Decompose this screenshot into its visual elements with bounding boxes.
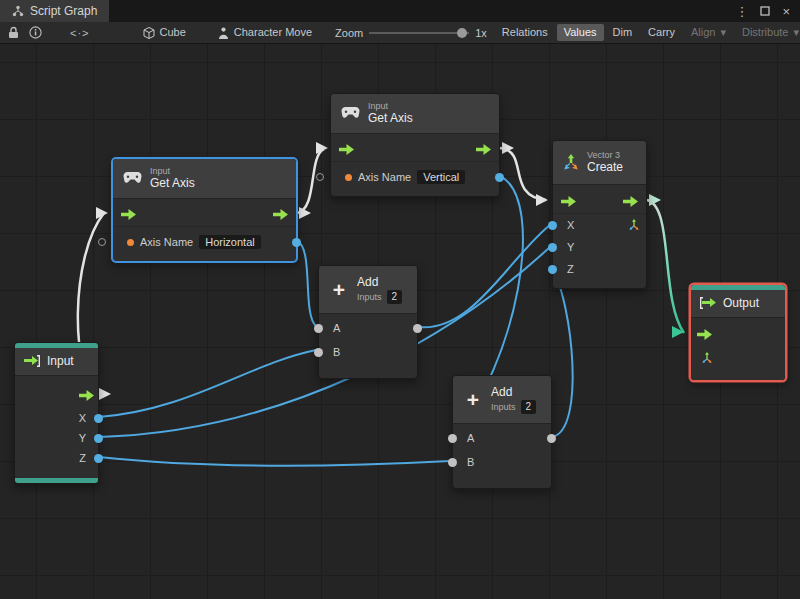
tab-label: Script Graph [30, 4, 97, 18]
node-title: Get Axis [150, 176, 195, 190]
node-add-bottom[interactable]: + Add Inputs 2 A B [452, 375, 552, 489]
distribute-button[interactable]: Distribute ▾ [735, 24, 800, 41]
node-graph-output[interactable]: Output [690, 284, 786, 381]
port-z-label: Z [567, 263, 574, 275]
cube-icon [143, 27, 155, 39]
port-a-in[interactable] [314, 324, 323, 333]
port-sum-out[interactable] [413, 324, 422, 333]
port-x-in[interactable] [548, 221, 557, 230]
dim-button[interactable]: Dim [606, 24, 640, 41]
port-a-label: A [467, 432, 474, 444]
unity-window: Script Graph ⋮ × <·> Cube C [0, 0, 800, 599]
kebab-icon[interactable]: ⋮ [735, 5, 748, 18]
values-label: Values [564, 26, 597, 39]
relations-button[interactable]: Relations [495, 24, 555, 41]
port-x-label: X [79, 412, 86, 424]
flow-out-port[interactable] [79, 390, 94, 401]
maximize-icon[interactable] [760, 5, 770, 18]
port-b-label: B [333, 346, 340, 358]
node-vector3-create[interactable]: Vector 3 Create X Y [552, 140, 647, 289]
node-graph-input[interactable]: Input X Y Z [14, 342, 99, 484]
character-move-label: Character Move [234, 26, 312, 39]
port-y-out[interactable] [94, 434, 103, 443]
input-icon [24, 355, 40, 369]
add-icon: + [329, 280, 349, 300]
values-button[interactable]: Values [557, 24, 604, 41]
value-out-port[interactable] [292, 238, 301, 247]
port-a-in[interactable] [448, 434, 457, 443]
port-y-label: Y [567, 241, 574, 253]
flow-in-port[interactable] [121, 209, 136, 220]
axis-name-port[interactable] [316, 173, 324, 181]
dropdown-icon: ▾ [720, 26, 726, 39]
flow-out-port[interactable] [476, 144, 491, 155]
flow-in-port[interactable] [561, 196, 576, 207]
vector3-in-port-icon[interactable] [701, 352, 713, 364]
distribute-label: Distribute [742, 26, 788, 39]
node-title: Input [47, 354, 74, 368]
port-y-in[interactable] [548, 243, 557, 252]
character-icon [218, 27, 229, 39]
add-icon: + [463, 390, 483, 410]
value-out-port[interactable] [495, 173, 504, 182]
flow-in-port[interactable] [697, 329, 712, 340]
gamepad-icon [341, 107, 360, 121]
zoom-slider-handle[interactable] [457, 28, 467, 38]
port-b-in[interactable] [448, 458, 457, 467]
tab-bar: Script Graph ⋮ × [0, 0, 800, 22]
flow-in-port[interactable] [339, 144, 354, 155]
axis-name-port[interactable] [98, 238, 106, 246]
node-get-axis-vertical[interactable]: Input Get Axis Axis Name Vertical [330, 93, 500, 197]
port-z-out[interactable] [94, 454, 103, 463]
character-move-button[interactable]: Character Move [211, 24, 319, 41]
node-category: Input [150, 166, 195, 176]
inputs-count-field[interactable]: 2 [387, 290, 403, 304]
port-x-out[interactable] [94, 414, 103, 423]
node-header: Input Get Axis [331, 94, 499, 134]
flow-out-port[interactable] [623, 196, 638, 207]
close-icon[interactable]: × [782, 5, 790, 18]
port-b-in[interactable] [314, 348, 323, 357]
vector3-icon [563, 154, 579, 172]
output-icon [700, 297, 716, 311]
lock-icon[interactable] [8, 26, 19, 39]
node-add-top[interactable]: + Add Inputs 2 A B [318, 265, 418, 379]
carry-label: Carry [648, 26, 675, 39]
string-type-dot [127, 239, 134, 246]
axis-name-field[interactable]: Horizontal [199, 235, 261, 249]
axis-name-label: Axis Name [140, 236, 193, 248]
axis-name-label: Axis Name [358, 171, 411, 183]
node-get-axis-horizontal[interactable]: Input Get Axis Axis Name Horizontal [112, 158, 297, 262]
graph-canvas[interactable]: Input Get Axis Axis Name Vertical [0, 44, 800, 599]
node-category: Input [368, 101, 413, 111]
cube-button[interactable]: Cube [136, 24, 193, 41]
inputs-count-field[interactable]: 2 [521, 400, 537, 414]
port-sum-out[interactable] [547, 434, 556, 443]
port-a-label: A [333, 322, 340, 334]
carry-button[interactable]: Carry [641, 24, 682, 41]
node-header: Vector 3 Create [553, 141, 646, 185]
dim-label: Dim [613, 26, 633, 39]
node-header: Input [15, 348, 98, 376]
align-button[interactable]: Align ▾ [684, 24, 733, 41]
script-graph-icon [12, 5, 24, 17]
node-header: + Add Inputs 2 [453, 376, 551, 424]
info-icon[interactable] [29, 26, 42, 39]
graph-toolbar: <·> Cube Character Move Zoom 1x Relation… [0, 22, 800, 44]
port-z-label: Z [79, 452, 86, 464]
node-title: Add [491, 385, 536, 399]
node-title: Create [587, 160, 623, 174]
zoom-value: 1x [475, 27, 487, 39]
tab-script-graph[interactable]: Script Graph [0, 0, 109, 22]
axis-name-field[interactable]: Vertical [417, 170, 465, 184]
zoom-slider[interactable] [369, 32, 469, 34]
window-buttons: ⋮ × [725, 0, 800, 22]
flow-out-port[interactable] [273, 209, 288, 220]
node-header: Output [691, 290, 785, 318]
vector3-out-port-icon[interactable] [628, 219, 640, 231]
node-title: Get Axis [368, 111, 413, 125]
relations-label: Relations [502, 26, 548, 39]
port-z-in[interactable] [548, 265, 557, 274]
cube-label: Cube [160, 26, 186, 39]
code-icon[interactable]: <·> [70, 27, 90, 39]
